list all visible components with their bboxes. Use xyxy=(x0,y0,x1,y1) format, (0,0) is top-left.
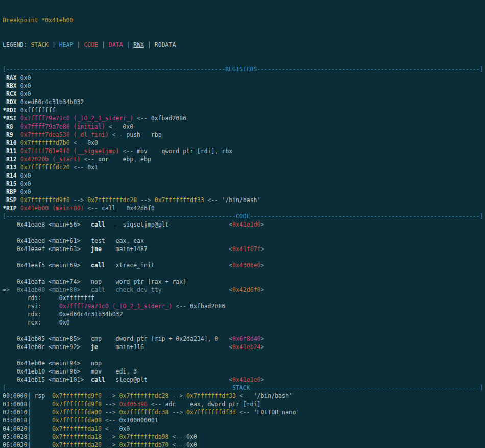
legend-separator: | xyxy=(74,41,84,48)
code-line: 0x41eaf5 <main+69> call xtrace_init <0x4… xyxy=(3,261,485,269)
register-line: R11 0x7ffff761e9f0 (__sigsetjmp) <-- mov… xyxy=(3,147,485,155)
code-line: 0x41eb05 <main+85> cmp dword ptr [rip + … xyxy=(3,335,485,343)
legend-separator: | xyxy=(98,41,109,48)
register-line: RBP 0x0 xyxy=(3,188,485,196)
code-line xyxy=(3,351,485,359)
register-line: RSP 0x7fffffffd9f0 --> 0x7fffffffdc28 --… xyxy=(3,196,485,204)
stack-line: 03:0018| 0x7fffffffda08 <-- 0x100000001 xyxy=(3,416,485,425)
code-line: 0x41eb0e <main+94> nop xyxy=(3,359,485,367)
stack-line: 00:0000| rsp 0x7fffffffd9f0 --> 0x7fffff… xyxy=(3,392,485,400)
legend-separator: | xyxy=(48,41,59,48)
sections: [---------------------------------------… xyxy=(3,65,485,448)
code-line: 0x41eb0c <main+92> je main+116 <0x41eb24… xyxy=(3,343,485,351)
code-line xyxy=(3,269,485,278)
code-line: 0x41eb15 <main+101> call sleep@plt <0x41… xyxy=(3,376,485,384)
register-line: R9 0x7ffff7dea530 (_dl_fini) <-- push rb… xyxy=(3,131,485,139)
section-title: CODE xyxy=(236,213,250,220)
code-line: 0x41eb10 <main+96> mov edi, 3 xyxy=(3,367,485,376)
register-line: *RDI 0xffffffff xyxy=(3,106,485,114)
breakpoint-status-top: Breakpoint *0x41eb00 xyxy=(3,16,485,24)
section-title: REGISTERS xyxy=(225,66,257,73)
section-stack: [---------------------------------------… xyxy=(3,384,485,448)
legend-separator: | xyxy=(123,41,133,48)
section-divider-code: [---------------------------------------… xyxy=(3,212,485,220)
section-code: [---------------------------------------… xyxy=(3,212,485,384)
register-line: RDX 0xed60c4c31b34b032 xyxy=(3,98,485,106)
terminal[interactable]: Breakpoint *0x41eb00 LEGEND: STACK | HEA… xyxy=(0,0,485,448)
register-line: RBX 0x0 xyxy=(3,82,485,90)
stack-line: 05:0028| 0x7fffffffda18 --> 0x7fffffffdb… xyxy=(3,433,485,441)
section-divider-stack: [---------------------------------------… xyxy=(3,384,485,392)
stack-line: 04:0020| 0x7fffffffda10 <-- 0x0 xyxy=(3,425,485,433)
legend-line: LEGEND: STACK | HEAP | CODE | DATA | RWX… xyxy=(3,41,485,49)
code-line: 0x41eafa <main+74> nop word ptr [rax + r… xyxy=(3,278,485,286)
register-line: R12 0x42020b (_start) <-- xor ebp, ebp xyxy=(3,155,485,163)
code-line: 0x41eaed <main+61> test eax, eax xyxy=(3,237,485,245)
code-line: rdx: 0xed60c4c31b34b032 xyxy=(3,310,485,318)
code-line: 0x41eae8 <main+56> call __sigsetjmp@plt … xyxy=(3,220,485,229)
code-line: rsi: 0x7ffff79a71c0 (_IO_2_1_stderr_) <-… xyxy=(3,302,485,310)
register-line: R15 0x0 xyxy=(3,180,485,188)
code-line: rcx: 0x0 xyxy=(3,318,485,327)
register-line: RCX 0x0 xyxy=(3,90,485,98)
legend-item-code: CODE xyxy=(84,41,98,48)
code-line xyxy=(3,229,485,237)
register-line: R14 0x0 xyxy=(3,171,485,180)
legend-item-heap: HEAP xyxy=(59,41,74,48)
register-line: R13 0x7fffffffdc20 <-- 0x1 xyxy=(3,163,485,171)
register-line: R8 0x7ffff79a7e80 (initial) <-- 0x0 xyxy=(3,122,485,131)
stack-line: 02:0010| 0x7fffffffda00 --> 0x7fffffffdc… xyxy=(3,408,485,416)
code-line xyxy=(3,253,485,261)
register-line: RAX 0x0 xyxy=(3,73,485,82)
code-line: => 0x41eb00 <main+80> call check_dev_tty… xyxy=(3,286,485,294)
legend-label: LEGEND: xyxy=(3,41,31,48)
stack-line: 06:0030| 0x7fffffffda20 --> 0x7fffffffdb… xyxy=(3,441,485,448)
legend-item-rwx: RWX xyxy=(133,41,144,48)
legend-item-rodata: RODATA xyxy=(155,41,176,48)
legend-item-data: DATA xyxy=(109,41,123,48)
code-line: rdi: 0xffffffff xyxy=(3,294,485,302)
section-registers: [---------------------------------------… xyxy=(3,65,485,212)
legend-separator: | xyxy=(144,41,155,48)
register-line: *RSI 0x7ffff79a71c0 (_IO_2_1_stderr_) <-… xyxy=(3,114,485,122)
code-line: 0x41eaef <main+63> jne main+1487 <0x41f0… xyxy=(3,245,485,253)
section-title: STACK xyxy=(232,384,250,391)
legend-item-stack: STACK xyxy=(31,41,48,48)
section-divider-registers: [---------------------------------------… xyxy=(3,65,485,73)
register-line: R10 0x7fffffffd7b0 <-- 0x0 xyxy=(3,139,485,147)
register-line: *RIP 0x41eb00 (main+80) <-- call 0x42d6f… xyxy=(3,204,485,212)
stack-line: 01:0008| 0x7fffffffd9f8 --> 0x405398 <--… xyxy=(3,400,485,408)
code-line xyxy=(3,327,485,335)
